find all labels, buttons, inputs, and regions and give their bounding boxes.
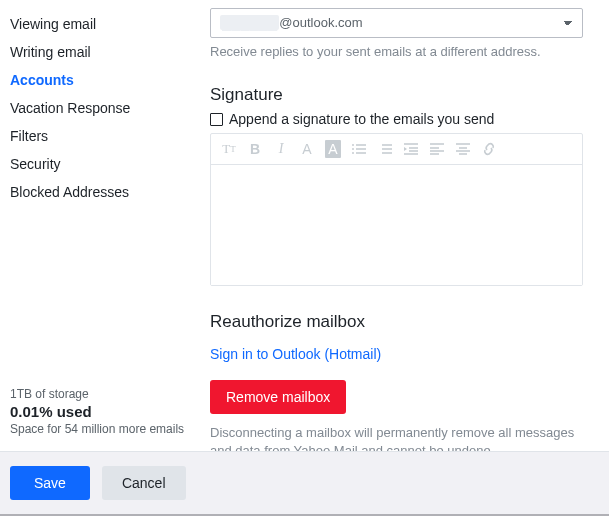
storage-used: 0.01% used xyxy=(10,403,190,420)
save-button[interactable]: Save xyxy=(10,466,90,500)
svg-marker-13 xyxy=(404,147,407,151)
storage-info: 1TB of storage 0.01% used Space for 54 m… xyxy=(10,387,200,448)
storage-detail: Space for 54 million more emails xyxy=(10,422,190,436)
sidebar-item-viewing-email[interactable]: Viewing email xyxy=(10,10,200,38)
settings-sidebar: Viewing email Writing email Accounts Vac… xyxy=(0,0,200,448)
reply-to-select[interactable] xyxy=(210,8,583,38)
reply-to-help: Receive replies to your sent emails at a… xyxy=(210,44,583,59)
cancel-button[interactable]: Cancel xyxy=(102,466,186,500)
append-signature-checkbox[interactable] xyxy=(210,113,223,126)
svg-point-3 xyxy=(352,144,354,146)
font-family-icon[interactable]: A xyxy=(299,140,315,158)
sidebar-item-writing-email[interactable]: Writing email xyxy=(10,38,200,66)
align-left-icon[interactable] xyxy=(429,140,445,158)
footer-bar: Save Cancel xyxy=(0,451,609,516)
align-center-icon[interactable] xyxy=(455,140,471,158)
reauthorize-heading: Reauthorize mailbox xyxy=(210,312,583,332)
bold-icon[interactable]: B xyxy=(247,140,263,158)
highlight-icon[interactable]: A xyxy=(325,140,341,158)
indent-icon[interactable] xyxy=(403,140,419,158)
signature-editor: TT B I A A xyxy=(210,133,583,286)
sidebar-item-vacation-response[interactable]: Vacation Response xyxy=(10,94,200,122)
sidebar-item-filters[interactable]: Filters xyxy=(10,122,200,150)
signature-toolbar: TT B I A A xyxy=(211,134,582,165)
storage-total: 1TB of storage xyxy=(10,387,190,401)
italic-icon[interactable]: I xyxy=(273,140,289,158)
signature-textarea[interactable] xyxy=(211,165,582,285)
svg-point-5 xyxy=(352,152,354,154)
sidebar-item-security[interactable]: Security xyxy=(10,150,200,178)
remove-mailbox-button[interactable]: Remove mailbox xyxy=(210,380,346,414)
signature-heading: Signature xyxy=(210,85,583,105)
number-list-icon[interactable] xyxy=(377,140,393,158)
settings-main: ██████@outlook.com Receive replies to yo… xyxy=(200,0,609,448)
sign-in-outlook-link[interactable]: Sign in to Outlook (Hotmail) xyxy=(210,346,381,362)
sidebar-item-blocked-addresses[interactable]: Blocked Addresses xyxy=(10,178,200,206)
append-signature-label: Append a signature to the emails you sen… xyxy=(229,111,494,127)
link-icon[interactable] xyxy=(481,140,497,158)
font-size-icon[interactable]: TT xyxy=(221,140,237,158)
sidebar-item-accounts[interactable]: Accounts xyxy=(10,66,200,94)
svg-point-4 xyxy=(352,148,354,150)
bullet-list-icon[interactable] xyxy=(351,140,367,158)
